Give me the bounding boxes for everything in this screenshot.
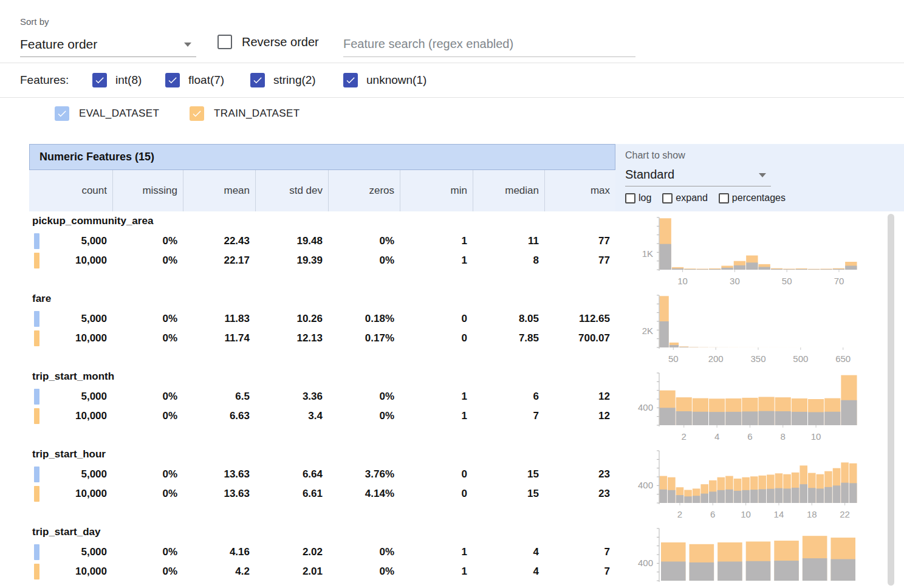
stat-cell: 0% (112, 562, 183, 581)
feature-name: pickup_community_area (32, 215, 153, 227)
x-tick-label: 200 (708, 354, 724, 364)
percentages-label: percentages (732, 193, 786, 203)
stat-cell: 10,000 (29, 329, 112, 347)
stat-cell: 1 (400, 232, 473, 250)
stat-cell: 6.64 (255, 465, 328, 484)
stat-cell: 12 (544, 388, 615, 406)
stat-cell: 10,000 (29, 562, 112, 581)
stat-row-train: 10,0000%11.7412.130.17%07.85700.07 (29, 329, 615, 347)
stat-cell: 11.83 (183, 310, 255, 328)
stat-cell: 1 (400, 388, 473, 406)
feature-group-trip_start_month: trip_start_month5,0000%6.53.360%161210,0… (29, 367, 889, 445)
checkbox-checked-icon[interactable] (343, 73, 358, 87)
stat-cell: 0% (328, 251, 400, 270)
log-option[interactable]: log (625, 193, 651, 203)
histogram-trip_start_hour: 4002610141822 (615, 445, 889, 522)
stat-row-eval: 5,0000%4.162.020%147 (29, 543, 615, 561)
stat-cell: 4.2 (183, 562, 255, 581)
filter-string-label: string(2) (273, 74, 316, 87)
dataset-eval-toggle[interactable]: EVAL_DATASET (55, 106, 159, 121)
x-tick-label: 22 (840, 509, 850, 519)
y-axis-label: 1K (642, 248, 653, 259)
expand-checkbox[interactable] (662, 193, 673, 203)
x-tick-label: 350 (750, 354, 765, 364)
stat-row-train: 10,0000%4.22.010%147 (29, 562, 615, 581)
column-header-max: max (544, 170, 615, 211)
vertical-scrollbar[interactable] (888, 214, 894, 586)
feature-list: pickup_community_area5,0000%22.4319.480%… (29, 211, 889, 588)
filter-unknown[interactable]: unknown(1) (343, 73, 426, 87)
feature-search-input[interactable] (343, 32, 635, 57)
checkbox-checked-icon[interactable] (92, 73, 107, 87)
stat-cell: 0% (112, 485, 183, 503)
x-tick-label: 4 (714, 431, 719, 442)
x-tick-label: 500 (793, 354, 808, 364)
stat-cell: 23 (544, 465, 615, 484)
log-checkbox[interactable] (625, 193, 635, 203)
stat-cell: 1 (400, 407, 473, 425)
eval-swatch (34, 311, 39, 327)
reverse-order-checkbox[interactable] (217, 35, 232, 49)
stat-cell: 15 (473, 485, 544, 503)
eval-swatch (34, 544, 39, 560)
checkbox-checked-icon[interactable] (165, 73, 180, 87)
numeric-features-header: Numeric Features (15) (29, 144, 615, 170)
divider (0, 97, 904, 98)
filter-string[interactable]: string(2) (250, 73, 316, 87)
checkbox-checked-icon[interactable] (250, 73, 265, 87)
histogram-trip_start_month: 400246810 (615, 367, 889, 445)
percentages-option[interactable]: percentages (719, 193, 786, 203)
filter-float-label: float(7) (188, 74, 224, 87)
stat-cell: 0% (112, 407, 183, 425)
stat-cell: 4.14% (328, 485, 400, 503)
eval-checkbox-icon[interactable] (55, 106, 69, 121)
stat-cell: 3.76% (328, 465, 400, 484)
filter-float[interactable]: float(7) (165, 73, 224, 87)
eval-swatch (34, 233, 39, 249)
y-axis-label: 400 (638, 480, 653, 490)
expand-label: expand (676, 193, 708, 203)
chart-type-select[interactable]: Standard (625, 163, 771, 186)
filter-int[interactable]: int(8) (92, 73, 142, 87)
chart-controls-panel: Chart to show Standard log expand percen… (615, 144, 904, 211)
stat-cell: 0% (328, 232, 400, 250)
x-tick-label: 2 (677, 509, 682, 519)
stat-cell: 4.16 (183, 543, 255, 561)
expand-option[interactable]: expand (662, 193, 708, 203)
train-checkbox-icon[interactable] (190, 106, 204, 121)
stat-cell: 0 (400, 485, 473, 503)
stat-cell: 0.17% (328, 329, 400, 347)
stat-cell: 5,000 (29, 232, 112, 250)
x-tick-label: 18 (807, 509, 817, 519)
dataset-train-toggle[interactable]: TRAIN_DATASET (190, 106, 300, 121)
feature-name: fare (32, 293, 51, 305)
x-tick-label: 10 (677, 276, 688, 286)
stat-row-eval: 5,0000%13.636.643.76%01523 (29, 465, 615, 484)
feature-name: trip_start_hour (32, 448, 106, 460)
x-tick-label: 6 (710, 509, 715, 519)
percentages-checkbox[interactable] (719, 193, 729, 203)
stat-cell: 8.05 (473, 310, 544, 328)
stat-cell: 0% (112, 329, 183, 347)
stat-cell: 7 (544, 543, 615, 561)
stat-cell: 0% (328, 388, 400, 406)
stat-cell: 4 (473, 543, 544, 561)
stat-cell: 4 (473, 562, 544, 581)
stat-cell: 2.02 (255, 543, 328, 561)
stat-cell: 0% (328, 543, 400, 561)
y-axis-label: 400 (638, 402, 653, 412)
stat-cell: 13.63 (183, 485, 255, 503)
table-title: Numeric Features (15) (39, 151, 154, 163)
x-tick-label: 6 (747, 431, 752, 442)
sort-by-select[interactable]: Feature order (20, 32, 196, 57)
stat-cell: 11.74 (183, 329, 255, 347)
feature-name: trip_start_month (32, 371, 114, 383)
x-tick-label: 650 (835, 354, 851, 364)
dataset-train-label: TRAIN_DATASET (214, 108, 300, 120)
column-header-min: min (400, 170, 473, 211)
stat-cell: 6.5 (183, 388, 255, 406)
stat-cell: 6 (473, 388, 544, 406)
stat-cell: 5,000 (29, 310, 112, 328)
feature-group-pickup_community_area: pickup_community_area5,0000%22.4319.480%… (29, 211, 889, 289)
train-swatch (34, 564, 39, 579)
